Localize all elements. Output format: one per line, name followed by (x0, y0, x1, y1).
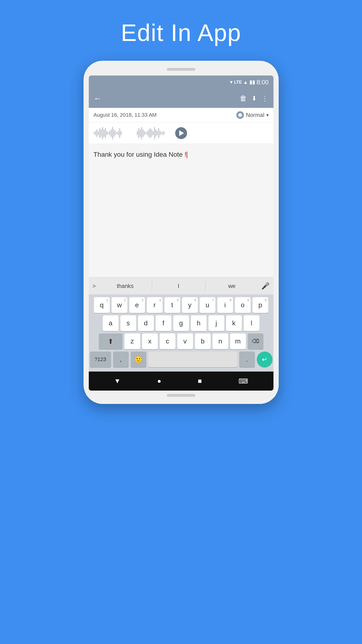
symbols-key[interactable]: ?123 (90, 352, 111, 367)
key-g[interactable]: g (173, 315, 189, 331)
text-cursor (187, 152, 187, 158)
key-b[interactable]: b (195, 334, 211, 349)
key-row-1: 1q 2w 3e 4r 5t 6y 7u 8i 9o 0p (90, 297, 273, 313)
key-a[interactable]: a (103, 315, 118, 331)
key-f[interactable]: f (156, 315, 171, 331)
note-text[interactable]: Thank you for using Idea Note ! (93, 150, 269, 160)
key-n[interactable]: n (213, 334, 228, 349)
key-v[interactable]: v (177, 334, 193, 349)
key-row-2: a s d f g h j k l (90, 315, 273, 331)
phone-screen: ▾ LTE ▲ ▮▮ 8:00 ← 🗑 ⬇ ⋮ August 16, 2018,… (89, 76, 274, 390)
autocomplete-suggestions: thanks I we (99, 282, 259, 290)
wifi-icon: ▾ (230, 79, 233, 85)
key-c[interactable]: c (160, 334, 175, 349)
key-x[interactable]: x (142, 334, 158, 349)
suggestion-2[interactable]: I (152, 283, 205, 289)
key-p[interactable]: 0p (253, 297, 268, 313)
keyboard: 1q 2w 3e 4r 5t 6y 7u 8i 9o 0p a s d f g … (89, 294, 274, 372)
save-button[interactable]: ⬇ (252, 95, 257, 102)
waveform-container (89, 122, 274, 144)
key-k[interactable]: k (226, 315, 242, 331)
delete-key[interactable]: ⌫ (248, 334, 264, 349)
phone-frame: ▾ LTE ▲ ▮▮ 8:00 ← 🗑 ⬇ ⋮ August 16, 2018,… (83, 61, 279, 404)
key-t[interactable]: 5t (164, 297, 180, 313)
note-date: August 16, 2018, 11:33 AM (93, 112, 233, 118)
key-h[interactable]: h (191, 315, 207, 331)
status-time: 8:00 (257, 78, 269, 86)
page-title: Edit In App (121, 19, 241, 46)
priority-icon (236, 111, 244, 119)
space-key[interactable] (148, 352, 237, 367)
key-j[interactable]: j (209, 315, 224, 331)
key-m[interactable]: m (230, 334, 246, 349)
phone-home-button (167, 394, 195, 397)
key-l[interactable]: l (244, 315, 259, 331)
priority-label: Normal (246, 112, 264, 118)
priority-dropdown-arrow: ▾ (266, 112, 269, 118)
key-row-3: ⬆ z x c v b n m ⌫ (90, 334, 273, 349)
status-bar: ▾ LTE ▲ ▮▮ 8:00 (89, 76, 274, 89)
nav-bar: ▼ ● ■ ⌨ (89, 372, 274, 390)
delete-button[interactable]: 🗑 (240, 94, 247, 102)
note-content[interactable]: Thank you for using Idea Note ! (89, 144, 274, 277)
suggestion-1[interactable]: thanks (99, 283, 152, 289)
status-icons: ▾ LTE ▲ ▮▮ 8:00 (230, 78, 269, 86)
battery-icon: ▮▮ (249, 79, 255, 85)
key-e[interactable]: 3e (129, 297, 145, 313)
shift-key[interactable]: ⬆ (99, 334, 123, 349)
comma-key[interactable]: , (113, 352, 129, 367)
key-o[interactable]: 9o (235, 297, 251, 313)
nav-recents-icon[interactable]: ■ (198, 377, 202, 385)
app-toolbar: ← 🗑 ⬇ ⋮ (89, 89, 274, 108)
key-y[interactable]: 6y (182, 297, 198, 313)
key-i[interactable]: 8i (217, 297, 233, 313)
play-button[interactable] (175, 127, 187, 139)
key-d[interactable]: d (138, 315, 154, 331)
nav-keyboard-icon[interactable]: ⌨ (239, 377, 248, 385)
key-z[interactable]: z (124, 334, 140, 349)
suggestion-3[interactable]: we (205, 283, 259, 289)
autocomplete-bar: > thanks I we 🎤 (89, 277, 274, 294)
mic-icon[interactable]: 🎤 (261, 282, 270, 290)
back-button[interactable]: ← (93, 93, 102, 103)
key-w[interactable]: 2w (112, 297, 127, 313)
nav-home-icon[interactable]: ● (157, 377, 161, 385)
phone-speaker (167, 68, 195, 71)
lte-icon: LTE (234, 80, 242, 85)
more-menu-button[interactable]: ⋮ (262, 94, 269, 102)
note-meta: August 16, 2018, 11:33 AM Normal ▾ (89, 108, 274, 122)
return-key[interactable]: ↵ (257, 352, 273, 367)
emoji-key[interactable]: 🙂 (131, 352, 146, 367)
period-key[interactable]: . (239, 352, 255, 367)
key-r[interactable]: 4r (147, 297, 163, 313)
signal-icon: ▲ (243, 80, 248, 85)
autocomplete-expand-icon[interactable]: > (93, 283, 96, 289)
nav-back-icon[interactable]: ▼ (114, 377, 121, 385)
key-row-4: ?123 , 🙂 . ↵ (90, 352, 273, 367)
priority-selector[interactable]: Normal ▾ (236, 111, 269, 119)
key-q[interactable]: 1q (94, 297, 110, 313)
key-s[interactable]: s (120, 315, 136, 331)
key-u[interactable]: 7u (200, 297, 215, 313)
